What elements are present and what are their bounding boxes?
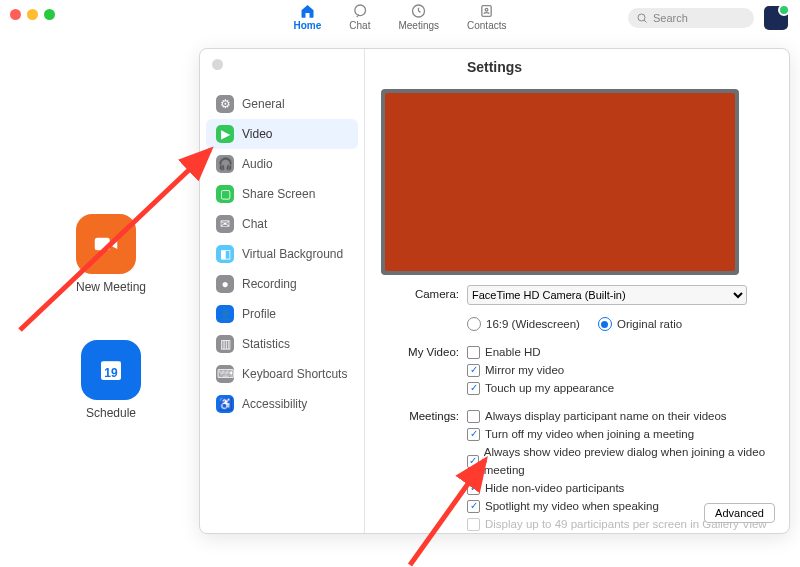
svg-point-3	[638, 14, 645, 21]
top-nav: Home Chat Meetings Contacts	[294, 2, 507, 31]
calendar-day: 19	[104, 366, 117, 380]
sidebar-label: Audio	[242, 157, 273, 171]
radio-label: 16:9 (Widescreen)	[486, 315, 580, 333]
sidebar-label: Statistics	[242, 337, 290, 351]
window-controls[interactable]	[10, 9, 55, 20]
sidebar-item-profile[interactable]: 👤Profile	[206, 299, 358, 329]
audio-icon: 🎧	[216, 155, 234, 173]
zoom-app-window: Home Chat Meetings Contacts Search New M…	[0, 0, 800, 567]
settings-window: Settings ⚙General ▶Video 🎧Audio ▢Share S…	[199, 48, 790, 534]
sidebar-label: Accessibility	[242, 397, 307, 411]
nav-chat-label: Chat	[349, 20, 370, 31]
search-input[interactable]: Search	[628, 8, 754, 28]
sidebar-item-virtual-bg[interactable]: ◧Virtual Background	[206, 239, 358, 269]
check-label: Turn off my video when joining a meeting	[485, 425, 694, 443]
sidebar-label: Video	[242, 127, 272, 141]
touchup-checkbox[interactable]: Touch up my appearance	[467, 379, 773, 397]
sidebar-label: Chat	[242, 217, 267, 231]
display-name-checkbox[interactable]: Always display participant name on their…	[467, 407, 773, 425]
ratio-169-radio[interactable]: 16:9 (Widescreen)	[467, 315, 580, 333]
check-label: Hide non-video participants	[485, 479, 624, 497]
sidebar-item-general[interactable]: ⚙General	[206, 89, 358, 119]
profile-icon: 👤	[216, 305, 234, 323]
new-meeting-label: New Meeting	[76, 280, 146, 294]
enable-hd-checkbox[interactable]: Enable HD	[467, 343, 773, 361]
video-icon: ▶	[216, 125, 234, 143]
check-label: Touch up my appearance	[485, 379, 614, 397]
chat-icon	[351, 2, 369, 20]
turnoff-video-checkbox[interactable]: Turn off my video when joining a meeting	[467, 425, 773, 443]
sidebar-item-chat[interactable]: ✉Chat	[206, 209, 358, 239]
avatar[interactable]	[764, 6, 788, 30]
new-meeting-tile[interactable]: New Meeting	[76, 214, 146, 294]
svg-rect-4	[95, 238, 110, 251]
sidebar-item-statistics[interactable]: ▥Statistics	[206, 329, 358, 359]
sidebar-label: Profile	[242, 307, 276, 321]
nav-contacts[interactable]: Contacts	[467, 2, 506, 31]
nav-meetings-label: Meetings	[398, 20, 439, 31]
chat-icon: ✉	[216, 215, 234, 233]
presence-badge	[778, 4, 790, 16]
camera-select[interactable]: FaceTime HD Camera (Built-in)	[467, 285, 747, 305]
sidebar-label: Recording	[242, 277, 297, 291]
nav-home[interactable]: Home	[294, 2, 322, 31]
sidebar-item-share-screen[interactable]: ▢Share Screen	[206, 179, 358, 209]
nav-chat[interactable]: Chat	[349, 2, 370, 31]
preview-dialog-checkbox[interactable]: Always show video preview dialog when jo…	[467, 443, 773, 479]
hide-nonvideo-checkbox[interactable]: Hide non-video participants	[467, 479, 773, 497]
keyboard-icon: ⌨	[216, 365, 234, 383]
nav-contacts-label: Contacts	[467, 20, 506, 31]
ratio-original-radio[interactable]: Original ratio	[598, 315, 682, 333]
sidebar-label: Virtual Background	[242, 247, 343, 261]
sidebar-item-video[interactable]: ▶Video	[206, 119, 358, 149]
home-icon	[298, 2, 316, 20]
sidebar-item-recording[interactable]: ●Recording	[206, 269, 358, 299]
nav-home-label: Home	[294, 20, 322, 31]
schedule-tile[interactable]: 19 Schedule	[81, 340, 141, 420]
check-label: Mirror my video	[485, 361, 564, 379]
calendar-icon: 19	[81, 340, 141, 400]
settings-sidebar: ⚙General ▶Video 🎧Audio ▢Share Screen ✉Ch…	[200, 49, 365, 533]
stats-icon: ▥	[216, 335, 234, 353]
recording-icon: ●	[216, 275, 234, 293]
check-label: Enable HD	[485, 343, 541, 361]
sidebar-label: General	[242, 97, 285, 111]
sidebar-item-accessibility[interactable]: ♿Accessibility	[206, 389, 358, 419]
accessibility-icon: ♿	[216, 395, 234, 413]
contacts-icon	[478, 2, 496, 20]
mirror-checkbox[interactable]: Mirror my video	[467, 361, 773, 379]
minimize-window-icon[interactable]	[27, 9, 38, 20]
zoom-window-icon[interactable]	[44, 9, 55, 20]
sidebar-item-kbd[interactable]: ⌨Keyboard Shortcuts	[206, 359, 358, 389]
myvideo-label: My Video:	[381, 343, 467, 361]
check-label: Always show video preview dialog when jo…	[484, 443, 773, 479]
close-window-icon[interactable]	[10, 9, 21, 20]
video-camera-icon	[76, 214, 136, 274]
home-shortcuts: New Meeting 19 Schedule	[76, 214, 146, 420]
sidebar-label: Share Screen	[242, 187, 315, 201]
schedule-label: Schedule	[81, 406, 141, 420]
check-label: Always display participant name on their…	[485, 407, 727, 425]
general-icon: ⚙	[216, 95, 234, 113]
virtual-bg-icon: ◧	[216, 245, 234, 263]
settings-title: Settings	[200, 59, 789, 75]
sidebar-item-audio[interactable]: 🎧Audio	[206, 149, 358, 179]
sidebar-label: Keyboard Shortcuts	[242, 367, 347, 381]
advanced-button[interactable]: Advanced	[704, 503, 775, 523]
settings-content: Camera: FaceTime HD Camera (Built-in) 16…	[365, 49, 789, 533]
nav-meetings[interactable]: Meetings	[398, 2, 439, 31]
search-placeholder: Search	[653, 12, 688, 24]
video-preview	[381, 89, 739, 275]
clock-icon	[410, 2, 428, 20]
check-label: Spotlight my video when speaking	[485, 497, 659, 515]
camera-label: Camera:	[381, 285, 467, 303]
share-icon: ▢	[216, 185, 234, 203]
meetings-label: Meetings:	[381, 407, 467, 425]
svg-point-2	[485, 8, 488, 11]
search-icon	[636, 12, 648, 24]
radio-label: Original ratio	[617, 315, 682, 333]
